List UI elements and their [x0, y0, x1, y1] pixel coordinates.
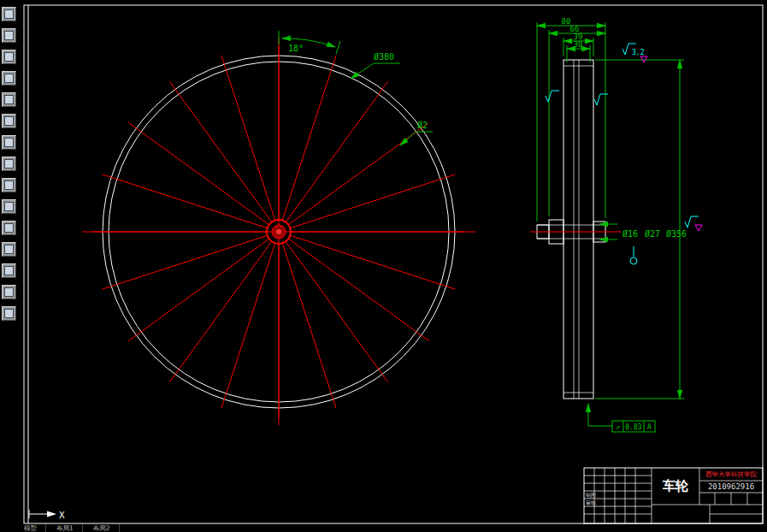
tool-glyph-icon — [4, 309, 14, 318]
spoke-diameter-label: Ø2 — [417, 121, 428, 130]
width-dim-30: 30 — [574, 40, 583, 49]
tolerance-symbol: ↗ — [616, 423, 620, 431]
tool-glyph-icon — [4, 31, 14, 40]
roughness-value-label: 3.2 — [632, 49, 645, 56]
finish-triangle-icon — [695, 225, 702, 231]
field-label-draft: 制图 — [586, 492, 596, 499]
cad-tool-icon-1[interactable] — [2, 7, 16, 21]
tolerance-frame: ↗ 0.03 A — [588, 404, 655, 432]
tab-model[interactable]: 模型 — [24, 524, 46, 532]
tool-glyph-icon — [4, 52, 14, 62]
wheel-spoke — [291, 236, 455, 290]
wheel-spoke — [221, 244, 275, 408]
cad-tool-icon-3[interactable] — [2, 50, 16, 64]
cad-tool-icon-4[interactable] — [2, 71, 16, 86]
side-view-geometry — [537, 60, 605, 399]
roughness-icon — [546, 91, 559, 102]
ucs-icon: X — [29, 510, 65, 521]
cad-tool-icon-8[interactable] — [2, 157, 16, 171]
wheel-spoke — [128, 123, 268, 225]
field-label-check: 审核 — [586, 499, 596, 505]
diameter-dim-356: Ø356 — [666, 229, 687, 239]
wheel-spoke — [291, 174, 455, 228]
cad-tool-icon-10[interactable] — [2, 199, 16, 214]
tool-glyph-icon — [4, 159, 14, 168]
wheel-front-view: 18° Ø380 Ø2 — [82, 31, 475, 425]
wheel-spoke — [128, 239, 268, 341]
tool-glyph-icon — [4, 116, 14, 126]
wheel-spoke — [286, 81, 388, 222]
left-toolbar — [2, 7, 19, 321]
diameter-380-label: Ø380 — [374, 52, 394, 62]
angle-dim-label: 18° — [288, 44, 304, 53]
tolerance-datum: A — [647, 423, 652, 431]
spoke-diameter-dimension: Ø2 — [400, 121, 433, 145]
tab-layout1[interactable]: 布局1 — [56, 524, 83, 532]
cad-tool-icon-14[interactable] — [2, 285, 16, 299]
tool-glyph-icon — [4, 180, 14, 190]
wheel-spoke — [283, 56, 337, 220]
diameter-dimensions: Ø16 Ø27 Ø356 — [595, 60, 687, 399]
cad-tool-icon-6[interactable] — [2, 114, 16, 128]
diameter-dim-16: Ø16 — [622, 229, 638, 239]
cad-tool-icon-5[interactable] — [2, 92, 16, 107]
tab-layout2[interactable]: 布局2 — [93, 524, 120, 532]
title-block: 制图 审核 车轮 西华大学科技学院 2010962916 — [584, 468, 763, 523]
cad-tool-icon-12[interactable] — [2, 242, 16, 257]
cad-tool-icon-7[interactable] — [2, 135, 16, 150]
cad-tool-icon-11[interactable] — [2, 221, 16, 235]
wheel-spoke — [170, 81, 272, 222]
title-block-left-grid: 制图 审核 — [584, 468, 652, 523]
sheet-border — [24, 5, 763, 523]
drawing-canvas[interactable]: 18° Ø380 Ø2 — [0, 0, 767, 532]
datum-circle-icon — [630, 257, 637, 264]
wheel-side-view: 80 66 39 30 Ø16 Ø27 Ø356 3.2 — [530, 17, 702, 432]
tool-glyph-icon — [4, 74, 14, 83]
width-dimension-chain: 80 66 39 30 — [537, 17, 605, 222]
wheel-spoke — [170, 242, 272, 382]
ucs-x-label: X — [59, 510, 65, 521]
cad-tool-icon-13[interactable] — [2, 263, 16, 278]
tool-glyph-icon — [4, 245, 14, 254]
drawing-number: 2010962916 — [708, 482, 754, 491]
tool-glyph-icon — [4, 223, 14, 233]
wheel-spoke — [283, 244, 337, 408]
organization-name: 西华大学科技学院 — [705, 470, 758, 478]
tool-glyph-icon — [4, 138, 14, 147]
part-name: 车轮 — [662, 478, 689, 494]
diameter-dim-27: Ø27 — [645, 229, 660, 239]
tool-glyph-icon — [4, 202, 14, 211]
wheel-spoke — [103, 174, 267, 228]
tool-glyph-icon — [4, 95, 14, 104]
roughness-icon — [594, 94, 608, 105]
cad-tool-icon-2[interactable] — [2, 28, 16, 43]
wheel-spoke — [286, 242, 388, 382]
cad-tool-icon-15[interactable] — [2, 306, 16, 321]
tool-glyph-icon — [4, 266, 14, 275]
layout-tab-bar: 模型 布局1 布局2 — [24, 524, 120, 532]
tool-glyph-icon — [4, 287, 14, 297]
wheel-spoke — [289, 239, 429, 341]
wheel-spoke — [103, 236, 267, 290]
roughness-icon — [685, 216, 699, 228]
angle-dimension: 18° — [279, 31, 340, 54]
wheel-spoke — [221, 56, 275, 220]
tool-glyph-icon — [4, 9, 14, 19]
tolerance-value: 0.03 — [625, 423, 641, 431]
cad-tool-icon-9[interactable] — [2, 178, 16, 192]
